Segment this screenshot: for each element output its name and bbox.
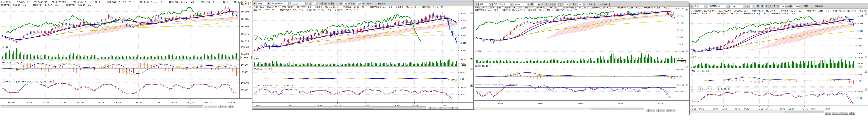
bars-stepper[interactable]: 500▲▼ (577, 3, 586, 6)
pane-scale-menu-button[interactable]: ▼ (685, 8, 688, 11)
h-scrollbar-thumb[interactable] (1, 106, 188, 108)
chart-nav-button-0[interactable]: ◂ (645, 109, 649, 112)
chart-nav-button-3[interactable]: − (438, 106, 441, 109)
chart-nav-button-4[interactable]: ▴ (838, 112, 841, 115)
chart-nav-button-8[interactable]: ◈ (454, 106, 458, 109)
pane-scale-menu-button[interactable]: ▼ (470, 57, 473, 60)
bars-stepper[interactable]: 500▲▼ (355, 2, 364, 5)
chart-nav-button-2[interactable]: ＋ (434, 106, 437, 109)
apply-button[interactable]: 適用 (365, 2, 373, 5)
category-select[interactable]: 先物▼ (478, 3, 492, 6)
category-select[interactable]: 先物▼ (694, 5, 707, 8)
pane-scale-menu-button[interactable]: ▼ (248, 6, 251, 8)
period-button-分[interactable]: 分 (331, 2, 335, 5)
pane-scale-menu-button[interactable]: ▼ (470, 12, 473, 14)
period-button-週[interactable]: 週 (760, 5, 764, 8)
period-button-週[interactable]: 週 (545, 3, 548, 6)
symbol-select[interactable]: 日経225mini▼ (708, 5, 729, 8)
chart-nav-button-6[interactable]: ▭ (224, 105, 227, 108)
window-menu-button[interactable]: ▼ (690, 5, 693, 8)
chart-nav-button-4[interactable]: ▴ (217, 105, 221, 108)
period-button-月[interactable]: 月 (765, 5, 768, 8)
pane-scale-menu-button[interactable]: ▼ (864, 88, 867, 90)
multi-symbol-button[interactable]: 複数銘柄 (813, 5, 825, 8)
chart-nav-button-5[interactable]: ▾ (662, 109, 665, 112)
chart-nav-button-3[interactable]: − (835, 112, 838, 115)
h-scrollbar[interactable] (690, 110, 824, 113)
pane-scale-menu-button[interactable]: ▼ (685, 66, 688, 68)
h-scrollbar-thumb[interactable] (691, 111, 784, 113)
pane-scale-menu-button[interactable]: ▼ (864, 55, 867, 58)
chart-nav-button-6[interactable]: ▭ (845, 112, 848, 115)
chart-nav-button-7[interactable]: ▣ (451, 106, 454, 109)
chart-nav-button-5[interactable]: ▾ (444, 106, 447, 109)
period-button-月[interactable]: 月 (327, 2, 331, 5)
pane-scale-menu-button[interactable]: ▼ (685, 50, 688, 52)
category-select[interactable]: 先物▼ (257, 2, 270, 5)
chart-nav-button-1[interactable]: ▸ (649, 109, 652, 112)
bars-stepper[interactable]: 500▲▼ (793, 5, 801, 8)
chart-nav-button-7[interactable]: ▣ (848, 112, 851, 115)
contract-select[interactable]: 12/06▼ (514, 3, 530, 6)
apply-button[interactable]: 適用 (586, 3, 595, 6)
contract-select[interactable]: 12/06▼ (730, 5, 746, 8)
chart-nav-button-3[interactable]: − (655, 109, 659, 112)
chart-nav-button-1[interactable]: ▸ (828, 112, 831, 115)
ashi-stepper[interactable]: 1▲▼ (749, 5, 756, 8)
candle (362, 29, 362, 31)
pane-scale-menu-button[interactable]: ▼ (470, 84, 473, 87)
chart-nav-button-8[interactable]: ◈ (672, 109, 676, 112)
chart-nav-button-5[interactable]: ▾ (221, 105, 224, 108)
period-button-週[interactable]: 週 (323, 2, 327, 5)
minute-stepper[interactable]: 15▲▼ (343, 2, 350, 5)
pane-scale-menu-button[interactable]: ▼ (685, 84, 688, 86)
chart-nav-button-1[interactable]: ▸ (207, 105, 211, 108)
multi-symbol-button[interactable]: 複数銘柄 (376, 2, 388, 5)
ashi-stepper[interactable]: 1▲▼ (534, 3, 540, 6)
chart-nav-button-2[interactable]: ＋ (211, 105, 214, 108)
h-scrollbar-thumb[interactable] (254, 107, 373, 109)
chart-nav-button-0[interactable]: ◂ (428, 106, 431, 109)
pane-scale-menu-button[interactable]: ▼ (864, 70, 867, 73)
period-button-日[interactable]: 日 (756, 5, 760, 8)
chart-nav-button-6[interactable]: ▭ (665, 109, 669, 112)
chart-nav-button-3[interactable]: − (214, 105, 217, 108)
chart-nav-button-2[interactable]: ＋ (832, 112, 835, 115)
h-scrollbar[interactable] (253, 106, 426, 109)
period-button-分[interactable]: 分 (553, 3, 557, 6)
pane-scale-menu-button[interactable]: ▼ (864, 12, 867, 14)
contract-select[interactable]: 12/06▼ (292, 2, 309, 5)
multi-symbol-button[interactable]: 複数銘柄 (597, 3, 610, 6)
chart-nav-button-5[interactable]: ▾ (842, 112, 845, 115)
period-button-T[interactable]: T (557, 3, 561, 6)
period-button-T[interactable]: T (773, 5, 776, 8)
symbol-select[interactable]: 日経225mini▼ (492, 3, 513, 6)
period-button-日[interactable]: 日 (541, 3, 544, 6)
chart-nav-button-0[interactable]: ◂ (825, 112, 828, 115)
chart-nav-button-7[interactable]: ▣ (669, 109, 672, 112)
pane-scale-menu-button[interactable]: ▼ (470, 68, 473, 70)
apply-button[interactable]: 適用 (802, 5, 810, 8)
period-button-T[interactable]: T (336, 2, 339, 5)
chart-nav-button-7[interactable]: ▣ (227, 105, 230, 108)
h-scrollbar[interactable] (474, 107, 644, 110)
minute-stepper[interactable]: 60▲▼ (780, 5, 787, 8)
chart-nav-button-2[interactable]: ＋ (652, 109, 655, 112)
chart-nav-button-0[interactable]: ◂ (204, 105, 207, 108)
symbol-select[interactable]: 日経225mini▼ (271, 2, 291, 5)
period-button-日[interactable]: 日 (319, 2, 322, 5)
ashi-stepper[interactable]: 1▲▼ (312, 2, 318, 5)
period-button-分[interactable]: 分 (769, 5, 772, 8)
chart-nav-button-8[interactable]: ◈ (852, 112, 855, 115)
chart-nav-button-4[interactable]: ▴ (659, 109, 662, 112)
chart-nav-button-4[interactable]: ▴ (441, 106, 444, 109)
chart-nav-button-8[interactable]: ◈ (231, 105, 234, 108)
chart-nav-button-6[interactable]: ▭ (447, 106, 451, 109)
window-menu-button[interactable]: ▼ (253, 2, 256, 5)
chart-nav-button-1[interactable]: ▸ (431, 106, 434, 109)
window-menu-button[interactable]: ▼ (474, 3, 478, 6)
h-scrollbar-thumb[interactable] (475, 108, 591, 110)
period-button-月[interactable]: 月 (549, 3, 553, 6)
minute-stepper[interactable]: 30▲▼ (564, 3, 572, 6)
h-scrollbar[interactable] (1, 105, 203, 108)
